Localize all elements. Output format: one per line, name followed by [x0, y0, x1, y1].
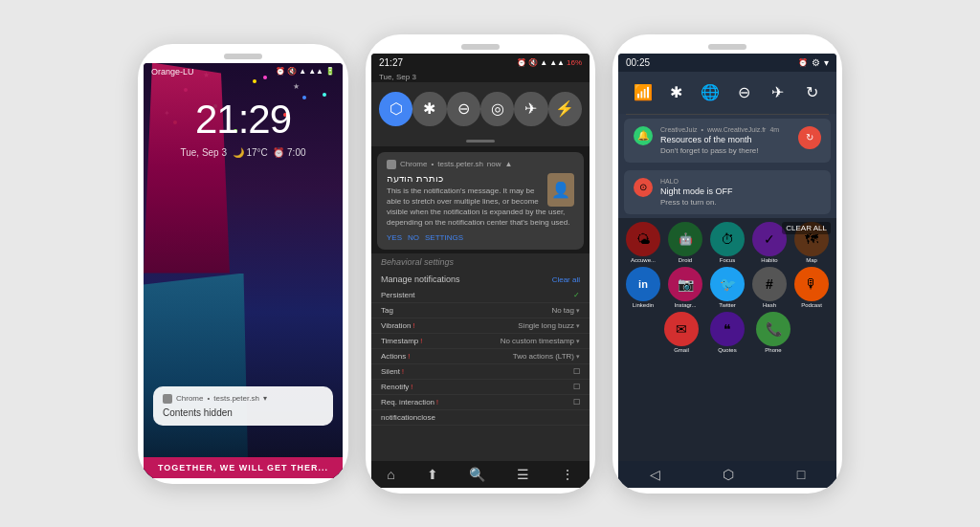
chrome-icon [163, 394, 172, 404]
notification-card[interactable]: Chrome • tests.peter.sh now ▲ 👤 כותרת הו… [377, 152, 584, 251]
share-nav-icon[interactable]: ⬆ [427, 467, 438, 482]
behavioral-settings: Behavioral settings Manage notifications… [371, 253, 590, 460]
app-droid[interactable]: 🤖 Droid [666, 222, 704, 263]
creativejuiz-icon: 🔔 [634, 126, 653, 145]
panel-wifi-icon: ▲ [540, 58, 547, 67]
app-focus[interactable]: ⏱ Focus [708, 222, 746, 263]
notif-source: tests.peter.sh [213, 394, 259, 403]
lockscreen-notification-card[interactable]: Chrome • tests.peter.sh ▾ Contents hidde… [153, 386, 333, 426]
notif-separator: • [207, 394, 210, 403]
app-quotes[interactable]: ❝ Quotes [708, 312, 746, 353]
shade-screen: 00:25 ⏰ ⚙ ▾ 📶 ✱ 🌐 ⊖ ✈ ↻ [618, 54, 836, 488]
notif-expand-icon: ▾ [263, 394, 267, 403]
shade-bluetooth-toggle[interactable]: ✱ [663, 79, 690, 106]
shade-notif-2-content: HALO Night mode is OFF Press to turn on. [660, 178, 821, 207]
panel-status-bar: 21:27 ⏰ 🔇 ▲ ▲▲ 16% [371, 54, 590, 72]
battery-saver-toggle[interactable]: ⚡ [548, 92, 582, 126]
gmail-label: Gmail [674, 347, 689, 353]
shade-notif-1-content: CreativeJuiz • www.CreativeJuiz.fr 4m Re… [660, 126, 791, 155]
lock-date: Tue, Sep 3 [180, 147, 227, 158]
notif2-body: Press to turn on. [660, 198, 821, 207]
shade-time: 00:25 [626, 57, 650, 68]
app-podcast[interactable]: 🎙 Podcast [792, 267, 831, 308]
bluetooth-toggle[interactable]: ✱ [412, 92, 446, 126]
notif1-side-icon: ↻ [798, 126, 821, 149]
vibration-row[interactable]: Vibration ! Single long buzz ▾ [371, 318, 590, 334]
yes-button[interactable]: Yes [387, 233, 402, 242]
back-nav-icon[interactable]: ◁ [650, 467, 660, 482]
tag-row[interactable]: Tag No tag ▾ [371, 303, 590, 318]
airplane-toggle[interactable]: ✈ [514, 92, 547, 126]
app-accuweather[interactable]: 🌤 Accuwe... [624, 222, 662, 263]
shade-settings-icon[interactable]: ⚙ [812, 57, 820, 68]
notif-hebrew-title: כותרת הודעה [387, 173, 574, 184]
shade-status-bar: 00:25 ⏰ ⚙ ▾ [618, 54, 836, 72]
notif1-time: 4m [769, 126, 779, 133]
wifi-icon: ▲ [299, 67, 306, 76]
app-twitter[interactable]: 🐦 Twitter [708, 267, 746, 308]
shade-wifi-toggle[interactable]: 📶 [630, 79, 657, 106]
scroll-indicator [371, 136, 590, 146]
app-hash[interactable]: # Hash [750, 267, 789, 308]
quick-toggles: ⬡ ✱ ⊖ ◎ ✈ ⚡ [371, 82, 590, 136]
notif-actions: Yes No Settings [387, 233, 574, 242]
shade-globe-toggle[interactable]: 🌐 [697, 79, 724, 106]
bookmarks-nav-icon[interactable]: ☰ [517, 467, 529, 482]
quotes-icon: ❝ [710, 312, 745, 346]
app-phone[interactable]: 📞 Phone [754, 312, 792, 353]
notif-card-expand: ▲ [505, 160, 513, 168]
figure-left [144, 63, 230, 274]
alarm-icon: ⏰ [276, 67, 285, 76]
hash-label: Hash [763, 302, 776, 308]
notif1-separator: • [702, 126, 703, 133]
battery-icon: 🔋 [325, 67, 335, 76]
panel-date-line: Tue, Sep 3 [371, 72, 590, 82]
shade-quick-toggles: 📶 ✱ 🌐 ⊖ ✈ ↻ [618, 72, 836, 114]
gmail-icon: ✉ [664, 312, 699, 346]
location-toggle[interactable]: ◎ [480, 92, 514, 126]
clear-all-button[interactable]: Clear all [552, 275, 580, 284]
notif-card-source: tests.peter.sh [437, 160, 483, 168]
more-nav-icon[interactable]: ⋮ [561, 467, 574, 482]
app-gmail[interactable]: ✉ Gmail [662, 312, 701, 353]
wifi-toggle[interactable]: ⬡ [379, 92, 412, 126]
lockscreen-time: 21:29 [144, 97, 343, 143]
silent-row[interactable]: Silent ! ☐ [371, 364, 590, 380]
notif1-body: Don't forget to pass by there! [660, 146, 791, 155]
no-button[interactable]: No [408, 233, 419, 242]
shade-notif-1[interactable]: 🔔 CreativeJuiz • www.CreativeJuiz.fr 4m … [624, 119, 831, 163]
dnd-toggle[interactable]: ⊖ [447, 92, 480, 126]
notif-card-header: Chrome • tests.peter.sh now ▲ [387, 160, 574, 169]
settings-button[interactable]: Settings [425, 233, 463, 242]
clear-all-overlay[interactable]: CLEAR ALL [782, 222, 831, 234]
vibration-label: Vibration ! [381, 321, 414, 330]
shade-refresh-toggle[interactable]: ↻ [798, 79, 825, 106]
focus-icon: ⏱ [710, 222, 745, 256]
phone-app-label: Phone [765, 347, 781, 353]
shade-notif-2[interactable]: ⊙ HALO Night mode is OFF Press to turn o… [624, 170, 831, 214]
devices-container: ★ ★ ✦ Orange-LU ⏰ 🔇 ▲ ▲▲ 🔋 21:2 [119, 15, 861, 513]
shade-expand-icon[interactable]: ▾ [824, 57, 829, 68]
home-nav-icon[interactable]: ⌂ [387, 467, 394, 482]
shade-notif-2-header: HALO [660, 178, 821, 185]
chrome-notif-icon [387, 160, 396, 169]
home-shade-icon[interactable]: ⬡ [723, 467, 734, 482]
shade-airplane-toggle[interactable]: ✈ [765, 79, 791, 106]
renotify-row[interactable]: Renotify ! ☐ [371, 380, 590, 395]
lockscreen-status-bar: Orange-LU ⏰ 🔇 ▲ ▲▲ 🔋 [144, 63, 343, 80]
app-linkedin[interactable]: in Linkedin [624, 267, 662, 308]
recents-shade-icon[interactable]: □ [797, 467, 805, 482]
req-interaction-checkbox: ☐ [573, 398, 580, 406]
timestamp-row[interactable]: Timestamp ! No custom timestamp ▾ [371, 334, 590, 349]
linkedin-label: Linkedin [633, 302, 654, 308]
app-instagram[interactable]: 📷 Instagr... [666, 267, 704, 308]
notif-close-label: notificationclose [381, 413, 435, 422]
req-interaction-label: Req. interaction! [381, 398, 438, 406]
search-nav-icon[interactable]: 🔍 [469, 467, 485, 482]
scroll-bar [466, 140, 495, 143]
shade-nav-bar: ◁ ⬡ □ [618, 461, 836, 488]
shade-minus-toggle[interactable]: ⊖ [731, 79, 758, 106]
req-interaction-row[interactable]: Req. interaction! ☐ [371, 395, 590, 410]
podcast-label: Podcast [801, 302, 822, 308]
actions-row[interactable]: Actions ! Two actions (LTR) ▾ [371, 349, 590, 364]
